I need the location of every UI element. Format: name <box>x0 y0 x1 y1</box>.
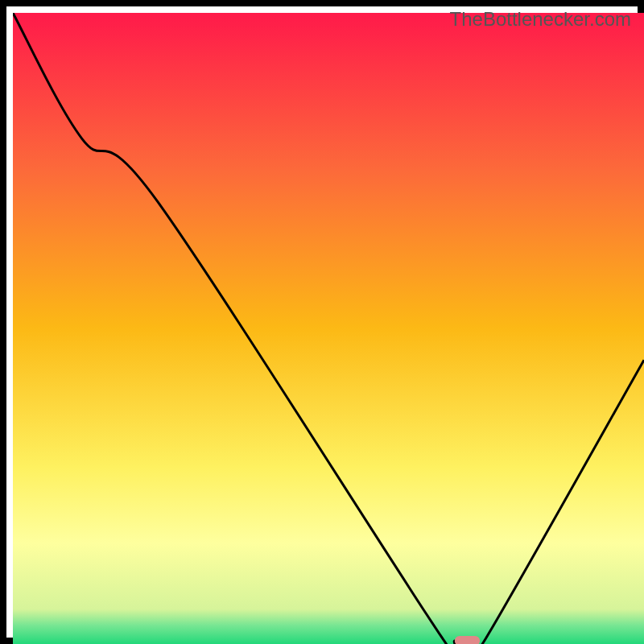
gradient-background <box>13 13 644 644</box>
watermark-text: TheBottlenecker.com <box>450 8 631 31</box>
plot-area <box>13 13 644 644</box>
optimal-marker <box>455 636 480 644</box>
chart-frame: TheBottlenecker.com <box>0 0 644 644</box>
bottleneck-chart <box>13 13 644 644</box>
